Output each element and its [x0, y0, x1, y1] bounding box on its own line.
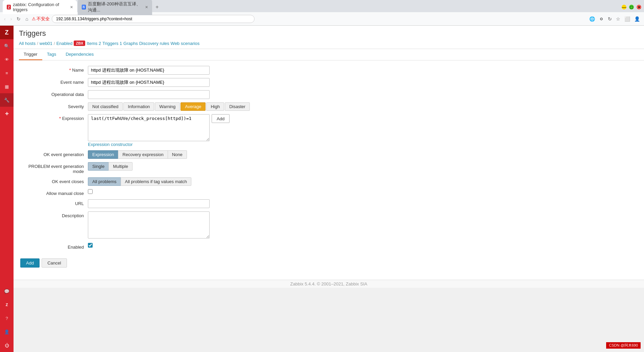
extensions-button[interactable]: ⬜ [623, 15, 631, 23]
tab-favicon-zabbix: Z [7, 5, 11, 9]
breadcrumb-graphs[interactable]: Graphs [123, 41, 138, 46]
severity-disaster[interactable]: Disaster [225, 102, 250, 111]
ok-event-closes-label: OK event closes [20, 177, 88, 184]
home-button[interactable]: ⌂ [24, 15, 29, 23]
refresh-button[interactable]: ↻ [15, 15, 22, 23]
ok-event-recovery-expression-button[interactable]: Recovery expression [118, 150, 168, 159]
tab-trigger[interactable]: Trigger [19, 49, 42, 60]
severity-group: Not classified Information Warning Avera… [88, 102, 325, 111]
breadcrumb-triggers[interactable]: Triggers 1 [102, 41, 122, 46]
menu-icon: ≡ [5, 71, 8, 76]
breadcrumb-web-scenarios[interactable]: Web scenarios [171, 41, 200, 46]
browser-tools: 🌐 ⭘ ↻ ☆ ⬜ 👤 [588, 15, 641, 23]
cancel-button[interactable]: Cancel [42, 258, 67, 268]
sidebar-item-zabbix[interactable]: Z [0, 298, 14, 311]
form-row-description: Description [14, 211, 644, 240]
sidebar: Z 🔍 👁 ≡ ▦ 🔧 ✚ 💬 Z ? [0, 26, 14, 352]
name-label: Name [20, 66, 88, 73]
forward-button[interactable]: › [9, 15, 14, 23]
sidebar-item-menu[interactable]: ≡ [0, 66, 14, 80]
window-controls: — □ ✕ [622, 5, 641, 9]
enabled-checkbox[interactable] [88, 243, 93, 248]
sidebar-item-view[interactable]: 👁 [0, 53, 14, 66]
description-control-wrap [88, 211, 325, 240]
url-input[interactable] [88, 199, 210, 208]
add-icon: ✚ [5, 111, 9, 116]
ok-event-closes-tag-button[interactable]: All problems if tag values match [121, 177, 192, 186]
expression-add-button[interactable]: Add [212, 114, 230, 123]
form-row-expression: Expression last(/ttFwhUVe/check_process[… [14, 114, 644, 147]
problem-event-single-button[interactable]: Single [88, 162, 109, 171]
breadcrumb-items[interactable]: Items 2 [87, 41, 101, 46]
new-tab-button[interactable]: + [153, 3, 161, 11]
breadcrumb: All hosts / web01 / Enabled ZBX Items 2 … [19, 41, 639, 49]
breadcrumb-all-hosts[interactable]: All hosts [19, 41, 35, 46]
ok-event-closes-toggle-group: All problems All problems if tag values … [88, 177, 325, 186]
add-button[interactable]: Add [20, 258, 40, 268]
severity-not-classified[interactable]: Not classified [88, 102, 123, 111]
translate-button[interactable]: 🌐 [588, 15, 596, 23]
expression-textarea[interactable]: last(/ttFwhUVe/check_process[httpd])=1 [88, 114, 210, 141]
tab-zabbix[interactable]: Z zabbix: Configuration of triggers ✕ [3, 0, 77, 14]
sidebar-item-power[interactable]: ⏻ [0, 338, 14, 352]
sidebar-item-user[interactable]: 👤 [0, 325, 14, 338]
tab-baidu[interactable]: 百 百度翻译-200种语言互译、沟通... ✕ [78, 0, 152, 15]
chat-icon: 💬 [4, 289, 9, 294]
user-profile-button[interactable]: 👤 [633, 15, 641, 23]
breadcrumb-enabled[interactable]: Enabled [56, 41, 73, 46]
event-name-label: Event name [20, 78, 88, 85]
sidebar-item-help[interactable]: ? [0, 311, 14, 325]
allow-manual-close-checkbox[interactable] [88, 189, 93, 194]
ok-event-none-button[interactable]: None [168, 150, 187, 159]
sidebar-item-chat[interactable]: 💬 [0, 284, 14, 298]
maximize-button[interactable]: □ [629, 5, 634, 9]
problem-event-label: PROBLEM event generation mode [20, 162, 88, 174]
event-name-control-wrap [88, 78, 325, 87]
breadcrumb-host[interactable]: web01 [40, 41, 52, 46]
description-textarea[interactable] [88, 211, 210, 238]
profile-button[interactable]: ⭘ [598, 15, 605, 23]
url-label: URL [20, 199, 88, 206]
expression-constructor-link[interactable]: Expression constructor [88, 142, 325, 147]
severity-average[interactable]: Average [181, 102, 206, 111]
refresh-tool-button[interactable]: ↻ [606, 15, 613, 23]
form-row-ok-event-closes: OK event closes All problems All problem… [14, 177, 644, 186]
sidebar-item-dashboard[interactable]: ▦ [0, 80, 14, 93]
breadcrumb-sep-1: / [37, 41, 38, 46]
ok-event-expression-button[interactable]: Expression [88, 150, 118, 159]
back-button[interactable]: ‹ [3, 15, 7, 23]
form-row-name: Name [14, 66, 644, 75]
tab-dependencies[interactable]: Dependencies [61, 49, 98, 60]
sidebar-item-tools[interactable]: 🔧 [0, 93, 14, 107]
ok-event-label: OK event generation [20, 150, 88, 157]
severity-label: Severity [20, 102, 88, 109]
close-button[interactable]: ✕ [637, 5, 641, 9]
tab-close-zabbix[interactable]: ✕ [70, 5, 73, 9]
form-row-enabled: Enabled [14, 243, 644, 250]
tab-tags[interactable]: Tags [42, 49, 61, 60]
address-input[interactable] [52, 15, 255, 23]
security-warning: ⚠ 不安全 [32, 16, 50, 22]
operational-data-input[interactable] [88, 90, 210, 99]
search-icon: 🔍 [4, 44, 9, 49]
breadcrumb-zbx-tag[interactable]: ZBX [74, 41, 85, 46]
tab-close-baidu[interactable]: ✕ [145, 5, 148, 9]
page-header: Triggers All hosts / web01 / Enabled ZBX… [14, 26, 644, 49]
bookmark-button[interactable]: ☆ [615, 15, 622, 23]
minimize-button[interactable]: — [622, 5, 626, 9]
severity-information[interactable]: Information [123, 102, 154, 111]
sidebar-item-add[interactable]: ✚ [0, 107, 14, 120]
tab-label-baidu: 百度翻译-200种语言互译、沟通... [88, 1, 142, 13]
breadcrumb-discovery-rules[interactable]: Discovery rules [139, 41, 169, 46]
tab-label-zabbix: zabbix: Configuration of triggers [13, 2, 67, 12]
dashboard-icon: ▦ [5, 84, 9, 89]
tools-icon: 🔧 [4, 98, 9, 103]
event-name-input[interactable] [88, 78, 210, 87]
problem-event-multiple-button[interactable]: Multiple [109, 162, 133, 171]
ok-event-closes-all-button[interactable]: All problems [88, 177, 121, 186]
severity-warning[interactable]: Warning [155, 102, 180, 111]
severity-high[interactable]: High [206, 102, 224, 111]
help-icon: ? [5, 316, 8, 321]
sidebar-item-search[interactable]: 🔍 [0, 39, 14, 53]
name-input[interactable] [88, 66, 210, 75]
